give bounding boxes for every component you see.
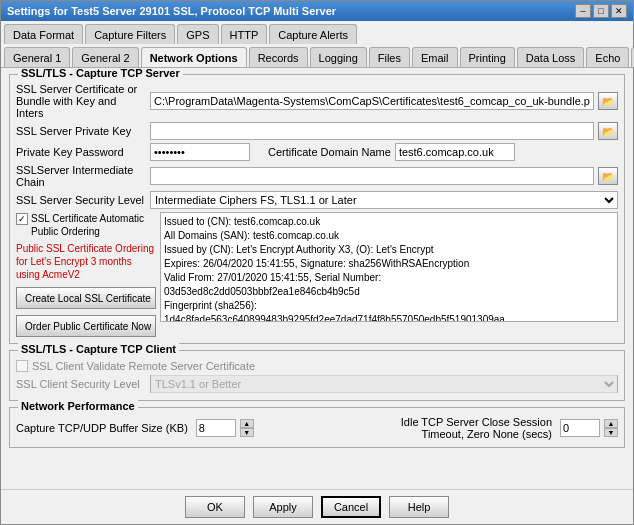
cert-ordering-left: ✓ SSL Certificate Automatic Public Order… (16, 212, 156, 337)
private-key-input[interactable] (150, 122, 594, 140)
cert-label: SSL Server Certificate or Bundle with Ke… (16, 83, 146, 119)
idle-spinner: ▲ ▼ (604, 419, 618, 437)
idle-input[interactable] (560, 419, 600, 437)
validate-checkbox[interactable] (16, 360, 28, 372)
cert-bundle-row: SSL Server Certificate or Bundle with Ke… (16, 83, 618, 119)
tab-network-options[interactable]: Network Options (141, 47, 247, 67)
tab-echo[interactable]: Echo (586, 47, 629, 67)
window-controls: – □ ✕ (575, 4, 627, 18)
cert-path-input[interactable] (150, 92, 594, 110)
intermediate-row: SSLServer Intermediate Chain 📂 (16, 164, 618, 188)
ssl-server-section: SSL/TLS - Capture TCP Server SSL Server … (9, 74, 625, 344)
cancel-button[interactable]: Cancel (321, 496, 381, 518)
minimize-button[interactable]: – (575, 4, 591, 18)
tab-bar: Data Format Capture Filters GPS HTTP Cap… (1, 21, 633, 68)
create-ssl-button[interactable]: Create Local SSL Certificate (16, 287, 156, 309)
ssl-client-section-label: SSL/TLS - Capture TCP Client (18, 343, 179, 355)
security-level-select[interactable]: Intermediate Ciphers FS, TLS1.1 or Later… (151, 191, 617, 209)
cert-ordering-area: ✓ SSL Certificate Automatic Public Order… (16, 212, 618, 337)
buffer-spinner: ▲ ▼ (240, 419, 254, 437)
perf-section-label: Network Performance (18, 400, 138, 412)
window-title: Settings for Test5 Server 29101 SSL, Pro… (7, 5, 336, 17)
perf-row: Capture TCP/UDP Buffer Size (KB) ▲ ▼ Idl… (16, 416, 618, 440)
validate-label: SSL Client Validate Remote Server Certif… (32, 360, 255, 372)
tab-files[interactable]: Files (369, 47, 410, 67)
cert-browse-button[interactable]: 📂 (598, 92, 618, 110)
intermediate-input[interactable] (150, 167, 594, 185)
password-input[interactable] (150, 143, 250, 161)
tab-logging[interactable]: Logging (310, 47, 367, 67)
validate-row: SSL Client Validate Remote Server Certif… (16, 359, 618, 372)
client-security-label: SSL Client Security Level (16, 378, 146, 390)
cert-info-box: Issued to (CN): test6.comcap.co.uk All D… (160, 212, 618, 322)
buffer-label: Capture TCP/UDP Buffer Size (KB) (16, 422, 188, 434)
tab-records[interactable]: Records (249, 47, 308, 67)
tab-row-2: General 1 General 2 Network Options Reco… (1, 44, 633, 67)
client-security-select[interactable]: TLSv1.1 or Better TLSv1.2 or Better (151, 375, 617, 393)
auto-ordering-row: ✓ SSL Certificate Automatic Public Order… (16, 212, 156, 238)
buffer-spin-up[interactable]: ▲ (240, 419, 254, 428)
idle-spin-up[interactable]: ▲ (604, 419, 618, 428)
tab-printing[interactable]: Printing (460, 47, 515, 67)
tab-data-loss[interactable]: Data Loss (517, 47, 585, 67)
private-key-browse-button[interactable]: 📂 (598, 122, 618, 140)
private-key-row: SSL Server Private Key 📂 (16, 122, 618, 140)
intermediate-label: SSLServer Intermediate Chain (16, 164, 146, 188)
client-security-row: SSL Client Security Level TLSv1.1 or Bet… (16, 375, 618, 393)
idle-spin-down[interactable]: ▼ (604, 428, 618, 437)
ordering-text: Public SSL Certificate Ordering for Let'… (16, 242, 156, 281)
auto-ordering-checkbox[interactable]: ✓ (16, 213, 28, 225)
security-level-label: SSL Server Security Level (16, 194, 146, 206)
buffer-spin-down[interactable]: ▼ (240, 428, 254, 437)
ssl-server-section-label: SSL/TLS - Capture TCP Server (18, 68, 183, 79)
perf-section: Network Performance Capture TCP/UDP Buff… (9, 407, 625, 448)
tab-capture-filters[interactable]: Capture Filters (85, 24, 175, 44)
order-cert-button[interactable]: Order Public Certificate Now (16, 315, 156, 337)
cert-domain-input[interactable] (395, 143, 515, 161)
close-button[interactable]: ✕ (611, 4, 627, 18)
intermediate-browse-button[interactable]: 📂 (598, 167, 618, 185)
cert-info-text: Issued to (CN): test6.comcap.co.uk All D… (164, 216, 505, 322)
cert-domain-label: Certificate Domain Name (268, 146, 391, 158)
idle-label: Idle TCP Server Close Session Timeout, Z… (372, 416, 552, 440)
security-level-row: SSL Server Security Level Intermediate C… (16, 191, 618, 209)
title-bar: Settings for Test5 Server 29101 SSL, Pro… (1, 1, 633, 21)
main-content: SSL/TLS - Capture TCP Server SSL Server … (1, 68, 633, 489)
maximize-button[interactable]: □ (593, 4, 609, 18)
password-label: Private Key Password (16, 146, 146, 158)
tab-http[interactable]: HTTP (221, 24, 268, 44)
help-button[interactable]: Help (389, 496, 449, 518)
tab-data-format[interactable]: Data Format (4, 24, 83, 44)
tab-email[interactable]: Email (412, 47, 458, 67)
password-domain-row: Private Key Password Certificate Domain … (16, 143, 618, 161)
ok-button[interactable]: OK (185, 496, 245, 518)
tab-row-1: Data Format Capture Filters GPS HTTP Cap… (1, 21, 633, 44)
apply-button[interactable]: Apply (253, 496, 313, 518)
tab-general1[interactable]: General 1 (4, 47, 70, 67)
main-window: Settings for Test5 Server 29101 SSL, Pro… (0, 0, 634, 525)
footer: OK Apply Cancel Help (1, 489, 633, 524)
tab-capture-alerts[interactable]: Capture Alerts (269, 24, 357, 44)
auto-ordering-label: SSL Certificate Automatic Public Orderin… (31, 212, 156, 238)
tab-gps[interactable]: GPS (177, 24, 218, 44)
buffer-input[interactable] (196, 419, 236, 437)
tab-general2[interactable]: General 2 (72, 47, 138, 67)
private-key-label: SSL Server Private Key (16, 125, 146, 137)
ssl-client-section: SSL/TLS - Capture TCP Client SSL Client … (9, 350, 625, 401)
